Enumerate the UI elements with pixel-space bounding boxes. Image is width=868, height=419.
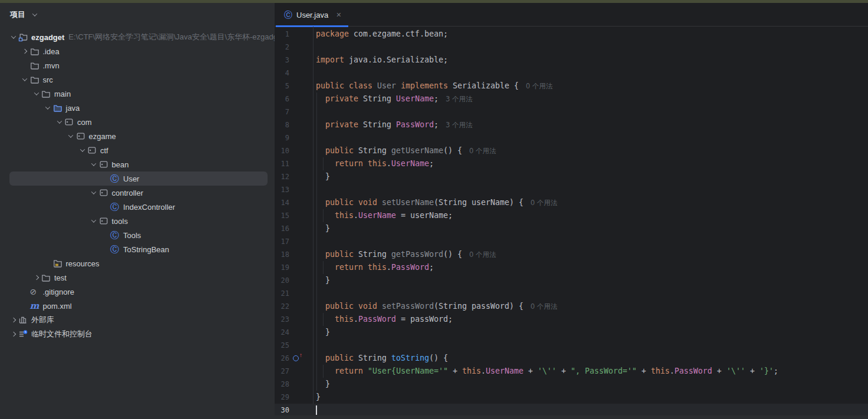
tree-item-tools[interactable]: tools — [0, 214, 275, 228]
chevron-down-icon[interactable] — [89, 216, 99, 226]
line-number[interactable]: 24 — [275, 328, 289, 336]
code-line-12[interactable]: 12 } — [275, 170, 868, 183]
line-number[interactable]: 18 — [275, 250, 289, 259]
line-number[interactable]: 3 — [275, 56, 289, 64]
line-number[interactable]: 1 — [275, 30, 289, 38]
line-number[interactable]: 25 — [275, 341, 289, 349]
line-number[interactable]: 4 — [275, 69, 289, 77]
line-number[interactable]: 6 — [275, 95, 289, 103]
chevron-down-icon[interactable] — [54, 117, 64, 127]
code-line-27[interactable]: 27 return "User{UserName='" + this.UserN… — [275, 365, 868, 378]
line-number[interactable]: 19 — [275, 263, 289, 272]
code-line-4[interactable]: 4 — [275, 67, 868, 80]
line-number[interactable]: 15 — [275, 212, 289, 220]
line-number[interactable]: 11 — [275, 160, 289, 168]
tree-item-ctf[interactable]: ctf — [0, 143, 275, 157]
tree-item-src[interactable]: src — [0, 72, 275, 87]
chevron-down-icon[interactable] — [66, 131, 76, 141]
code-line-29[interactable]: 29} — [275, 391, 868, 404]
tree-item-ezgadget[interactable]: ezgadgetE:\CTF\网络安全学习笔记\漏洞\Java安全\题目\东华杯… — [0, 30, 275, 44]
usage-inlay-hint[interactable]: 0 个用法 — [530, 302, 557, 311]
tab-user-java[interactable]: Ⓒ User.java ✕ — [275, 3, 349, 27]
code-line-1[interactable]: 1package com.ezgame.ctf.bean; — [275, 28, 868, 41]
chevron-down-icon[interactable] — [31, 89, 41, 98]
line-number[interactable]: 12 — [275, 173, 289, 181]
tree-item-bean[interactable]: bean — [0, 157, 275, 171]
tree-item-com[interactable]: com — [0, 115, 275, 129]
tree-item-resources[interactable]: resources — [0, 256, 275, 270]
code-line-15[interactable]: 15 this.UserName = userName; — [275, 209, 868, 222]
code-line-22[interactable]: 22 public void setPassWord(String passWo… — [275, 300, 868, 313]
tree-item-main[interactable]: main — [0, 87, 275, 101]
code-line-18[interactable]: 18 public String getPassWord() {0 个用法 — [275, 248, 868, 261]
code-line-26[interactable]: 26↑ public String toString() { — [275, 352, 868, 365]
code-line-28[interactable]: 28 } — [275, 378, 868, 391]
chevron-down-icon[interactable] — [89, 188, 99, 197]
line-number[interactable]: 9 — [275, 134, 289, 142]
tree-item-idea[interactable]: .idea — [0, 44, 275, 58]
line-number[interactable]: 14 — [275, 199, 289, 207]
line-number[interactable]: 21 — [275, 289, 289, 298]
tree-item-java[interactable]: java — [0, 101, 275, 115]
line-number[interactable]: 20 — [275, 276, 289, 285]
chevron-right-icon[interactable] — [8, 329, 18, 339]
tree-item-row-20[interactable]: 外部库 — [0, 313, 275, 327]
code-line-11[interactable]: 11 return this.UserName; — [275, 157, 868, 170]
line-number[interactable]: 30 — [275, 406, 289, 414]
line-number[interactable]: 16 — [275, 225, 289, 233]
tree-item-mvn[interactable]: .mvn — [0, 58, 275, 72]
line-number[interactable]: 22 — [275, 302, 289, 311]
code-line-23[interactable]: 23 this.PassWord = passWord; — [275, 313, 868, 326]
usage-inlay-hint[interactable]: 0 个用法 — [526, 82, 552, 90]
code-line-2[interactable]: 2 — [275, 41, 868, 54]
line-number[interactable]: 13 — [275, 186, 289, 194]
code-line-10[interactable]: 10 public String getUserName() {0 个用法 — [275, 144, 868, 157]
project-dropdown-button[interactable] — [29, 10, 39, 19]
tree-item-controller[interactable]: controller — [0, 186, 275, 200]
tree-item-ezgame[interactable]: ezgame — [0, 129, 275, 143]
code-line-9[interactable]: 9 — [275, 131, 868, 144]
line-number[interactable]: 26 — [275, 354, 289, 362]
code-line-5[interactable]: 5public class User implements Serializab… — [275, 80, 868, 93]
tree-item-row-21[interactable]: 临时文件和控制台 — [0, 327, 275, 341]
project-panel-header[interactable]: 项目 — [0, 3, 275, 27]
usage-inlay-hint[interactable]: 3 个用法 — [445, 95, 472, 103]
tree-item-pom-xml[interactable]: mpom.xml — [0, 299, 275, 313]
code-editor[interactable]: 1package com.ezgame.ctf.bean;23import ja… — [275, 27, 868, 418]
tree-item-tostringbean[interactable]: ⒸToStringBean — [0, 242, 275, 256]
line-number[interactable]: 7 — [275, 108, 289, 116]
overriding-method-icon[interactable]: ↑ — [293, 355, 301, 362]
code-line-30[interactable]: 30 — [275, 404, 868, 417]
chevron-down-icon[interactable] — [43, 103, 53, 113]
code-line-17[interactable]: 17 — [275, 235, 868, 248]
code-line-13[interactable]: 13 — [275, 183, 868, 196]
chevron-down-icon[interactable] — [77, 146, 87, 155]
line-number[interactable]: 2 — [275, 43, 289, 51]
code-line-21[interactable]: 21 — [275, 287, 868, 300]
line-number[interactable]: 17 — [275, 237, 289, 246]
code-line-8[interactable]: 8 private String PassWord;3 个用法 — [275, 118, 868, 131]
chevron-right-icon[interactable] — [31, 273, 41, 282]
usage-inlay-hint[interactable]: 0 个用法 — [469, 147, 496, 155]
line-number[interactable]: 5 — [275, 82, 289, 90]
tree-item-gitignore[interactable]: ⊘.gitignore — [0, 285, 275, 299]
code-line-6[interactable]: 6 private String UserName;3 个用法 — [275, 93, 868, 105]
line-number[interactable]: 27 — [275, 367, 289, 375]
code-line-24[interactable]: 24 } — [275, 326, 868, 339]
chevron-down-icon[interactable] — [8, 32, 18, 42]
tree-item-user[interactable]: ⒸUser — [0, 171, 275, 186]
line-number[interactable]: 23 — [275, 315, 289, 324]
usage-inlay-hint[interactable]: 3 个用法 — [445, 121, 472, 129]
code-line-3[interactable]: 3import java.io.Serializable; — [275, 54, 868, 67]
line-number[interactable]: 29 — [275, 393, 289, 401]
line-number[interactable]: 10 — [275, 147, 289, 155]
chevron-right-icon[interactable] — [8, 315, 18, 325]
tree-item-test[interactable]: test — [0, 270, 275, 285]
code-line-19[interactable]: 19 return this.PassWord; — [275, 261, 868, 274]
usage-inlay-hint[interactable]: 0 个用法 — [530, 199, 557, 207]
line-number[interactable]: 8 — [275, 121, 289, 129]
code-line-16[interactable]: 16 } — [275, 222, 868, 235]
code-line-20[interactable]: 20 } — [275, 274, 868, 287]
code-line-25[interactable]: 25 — [275, 339, 868, 352]
close-tab-icon[interactable]: ✕ — [336, 11, 341, 19]
